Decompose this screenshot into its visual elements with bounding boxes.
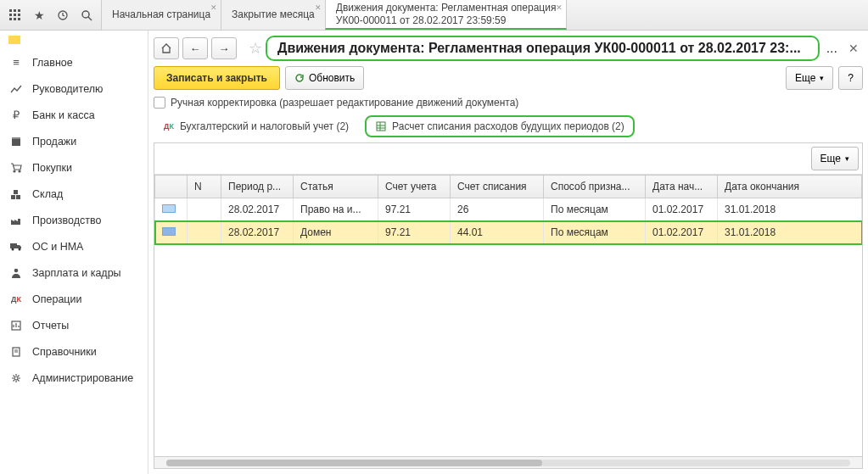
dk-icon: ДК — [163, 120, 175, 132]
sidebar-item-reports[interactable]: Отчеты — [0, 312, 148, 338]
home-button[interactable] — [154, 37, 179, 59]
sidebar-item-label: Банк и касса — [32, 109, 95, 121]
more-button[interactable]: Еще ▾ — [786, 66, 833, 90]
tab-accounting[interactable]: ДК Бухгалтерский и налоговый учет (2) — [154, 116, 358, 137]
home-icon: ≡ — [8, 55, 24, 70]
svg-rect-1 — [14, 9, 16, 12]
svg-point-13 — [14, 170, 15, 172]
svg-point-20 — [19, 248, 21, 250]
svg-point-21 — [14, 268, 19, 272]
more-label: Еще — [820, 153, 841, 165]
tab-home[interactable]: Начальная страница ✕ — [101, 0, 221, 30]
svg-rect-3 — [9, 14, 12, 16]
more-label: Еще — [795, 72, 815, 84]
cell-period: 28.02.2017 — [221, 221, 294, 244]
table-icon — [375, 120, 387, 132]
close-button[interactable]: ✕ — [844, 39, 863, 58]
sidebar-item-admin[interactable]: Администрирование — [0, 365, 148, 391]
header-row: N Период р... Статья Счет учета Счет спи… — [155, 176, 862, 198]
table-row[interactable]: 28.02.2017 Право на и... 97.21 26 По мес… — [155, 198, 862, 221]
cell-acct: 97.21 — [378, 221, 451, 244]
horizontal-scrollbar[interactable] — [154, 456, 862, 468]
sidebar-item-hr[interactable]: Зарплата и кадры — [0, 259, 148, 286]
col-n[interactable]: N — [188, 176, 221, 198]
cell-period: 28.02.2017 — [221, 198, 294, 221]
cell-acct: 97.21 — [378, 198, 451, 221]
svg-rect-0 — [9, 9, 12, 12]
manual-edit-checkbox[interactable] — [154, 97, 165, 109]
data-grid[interactable]: N Период р... Статья Счет учета Счет спи… — [154, 175, 862, 456]
tab-label: Начальная страница — [112, 8, 210, 20]
col-period[interactable]: Период р... — [221, 176, 294, 198]
close-icon[interactable]: ✕ — [210, 3, 217, 12]
sidebar-item-label: Продажи — [32, 136, 76, 148]
star-outline-icon[interactable]: ☆ — [249, 39, 262, 58]
apps-icon[interactable] — [5, 5, 25, 25]
forward-button[interactable]: → — [211, 37, 237, 59]
sidebar-item-assets[interactable]: ОС и НМА — [0, 233, 148, 259]
cell-end: 31.01.2018 — [718, 198, 862, 221]
save-close-button[interactable]: Записать и закрыть — [154, 66, 280, 90]
svg-rect-25 — [377, 122, 385, 131]
sidebar-item-label: Операции — [32, 293, 81, 305]
table-more-button[interactable]: Еще ▾ — [811, 147, 859, 170]
scrollbar-track — [166, 460, 850, 466]
sidebar-item-main[interactable]: ≡Главное — [0, 49, 148, 75]
svg-rect-16 — [16, 195, 20, 199]
ruble-icon: ₽ — [8, 108, 24, 123]
sidebar-item-manager[interactable]: Руководителю — [0, 75, 148, 102]
book-icon — [8, 344, 24, 360]
report-icon — [8, 318, 24, 333]
svg-rect-6 — [9, 18, 12, 20]
cell-start: 01.02.2017 — [646, 198, 718, 221]
person-icon — [8, 265, 24, 281]
sidebar-item-label: Главное — [32, 57, 73, 69]
tab-month-close[interactable]: Закрытие месяца ✕ — [221, 0, 326, 30]
sidebar-item-warehouse[interactable]: Склад — [0, 181, 148, 207]
col-article[interactable]: Статья — [294, 176, 378, 198]
content-area: ← → ☆ Движения документа: Регламентная о… — [148, 31, 868, 474]
star-icon[interactable]: ★ — [29, 5, 49, 25]
svg-rect-17 — [14, 190, 18, 194]
cell-method: По месяцам — [544, 221, 646, 244]
close-icon[interactable]: ✕ — [315, 3, 322, 12]
cell-n — [188, 198, 221, 221]
back-button[interactable]: ← — [182, 37, 208, 59]
search-icon[interactable] — [76, 5, 97, 25]
sidebar-handle[interactable] — [8, 36, 20, 44]
col-acct-dst[interactable]: Счет списания — [451, 176, 544, 198]
svg-rect-11 — [12, 139, 20, 146]
table: N Период р... Статья Счет учета Счет спи… — [154, 175, 862, 244]
sidebar-item-production[interactable]: Производство — [0, 207, 148, 233]
chevron-down-icon: ▾ — [845, 154, 849, 163]
col-method[interactable]: Способ призна... — [544, 176, 646, 198]
svg-point-10 — [82, 11, 89, 18]
refresh-button[interactable]: Обновить — [285, 66, 364, 90]
col-start[interactable]: Дата нач... — [646, 176, 718, 198]
sidebar-item-bank[interactable]: ₽Банк и касса — [0, 102, 148, 128]
svg-rect-18 — [10, 243, 17, 248]
tab-future-expenses[interactable]: Расчет списания расходов будущих периодо… — [365, 115, 635, 137]
cell-article: Домен — [294, 221, 378, 244]
help-button[interactable]: ? — [838, 66, 863, 90]
svg-rect-8 — [18, 18, 20, 20]
scrollbar-thumb[interactable] — [166, 460, 542, 466]
col-icon[interactable] — [155, 176, 188, 198]
col-acct[interactable]: Счет учета — [378, 176, 451, 198]
sidebar-item-references[interactable]: Справочники — [0, 338, 148, 365]
cell-method: По месяцам — [544, 198, 646, 221]
close-icon[interactable]: ✕ — [556, 3, 563, 12]
tab-doc-movements[interactable]: Движения документа: Регламентная операци… — [325, 0, 568, 30]
history-icon[interactable] — [53, 5, 73, 25]
factory-icon — [8, 213, 24, 228]
sidebar-item-operations[interactable]: ДКОперации — [0, 286, 148, 312]
sidebar-item-sales[interactable]: Продажи — [0, 128, 148, 154]
sidebar-item-label: Администрирование — [32, 372, 133, 384]
table-row[interactable]: 28.02.2017 Домен 97.21 44.01 По месяцам … — [155, 221, 862, 244]
truck-icon — [8, 239, 24, 254]
topbar: ★ Начальная страница ✕ Закрытие месяца ✕… — [0, 0, 868, 31]
sidebar-item-label: ОС и НМА — [32, 241, 83, 253]
col-end[interactable]: Дата окончания — [718, 176, 862, 198]
svg-rect-4 — [14, 14, 16, 16]
sidebar-item-purchases[interactable]: Покупки — [0, 154, 148, 181]
